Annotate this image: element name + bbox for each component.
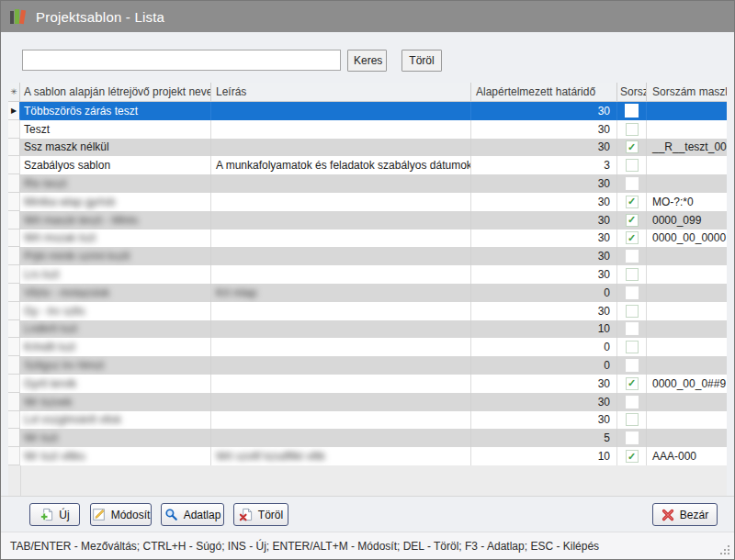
cell-deadline[interactable]: 5 <box>471 429 617 447</box>
cell-sequence-mask[interactable]: 0000_099 <box>647 211 727 230</box>
table-row[interactable]: Vllztv - mntazslok Krt mlap 0 <box>8 284 727 302</box>
cell-sequence-checkbox[interactable] <box>617 120 647 139</box>
cell-sequence-mask[interactable] <box>647 156 727 174</box>
cell-description[interactable]: Wrt szvltf kzsdfllkt vlltk <box>211 447 471 465</box>
checkbox[interactable]: ✓ <box>626 450 639 463</box>
cell-sequence-mask[interactable] <box>647 338 727 356</box>
cell-sequence-checkbox[interactable]: ✓ <box>617 139 647 157</box>
cell-sequence-checkbox[interactable] <box>617 156 647 174</box>
cell-project-name[interactable]: Többszörös zárás teszt <box>20 102 211 120</box>
cell-description[interactable] <box>211 338 471 356</box>
table-row[interactable]: Mintka wlap gyrtsb 30 ✓ MO-?:*0 <box>8 193 727 211</box>
cell-description[interactable] <box>211 393 471 411</box>
cell-project-name[interactable]: Wrt mszak tszt <box>20 230 211 248</box>
cell-sequence-checkbox[interactable] <box>617 284 647 302</box>
table-row[interactable]: Wrt mszak tszt 30 ✓ 0000_00_0000 <box>8 230 727 248</box>
cell-sequence-checkbox[interactable] <box>617 356 647 375</box>
cell-sequence-mask[interactable] <box>647 120 727 139</box>
table-row[interactable]: Gyrtl tervlk 30 ✓ 0000_00_0##9 <box>8 375 727 393</box>
checkbox[interactable]: ✓ <box>626 231 639 244</box>
cell-project-name[interactable]: Lvt vszglmskrlt vltsk <box>20 411 211 430</box>
cell-project-name[interactable]: Teszt <box>20 120 211 139</box>
cell-sequence-mask[interactable] <box>647 247 727 265</box>
datasheet-button[interactable]: Adatlap <box>161 503 224 526</box>
cell-project-name[interactable]: Ssz maszk nélkül <box>20 139 211 157</box>
table-row[interactable]: ▶ Többszörös zárás teszt 30 <box>8 102 727 120</box>
checkbox[interactable] <box>625 104 639 118</box>
checkbox[interactable]: ✓ <box>626 377 639 390</box>
table-row[interactable]: Gy - trv szlts 30 <box>8 302 727 320</box>
cell-description[interactable] <box>211 265 471 284</box>
cell-description[interactable] <box>211 302 471 320</box>
cell-sequence-checkbox[interactable]: ✓ <box>617 230 647 248</box>
cell-project-name[interactable]: Prjkt mintk szrint kszlt <box>20 247 211 265</box>
checkbox[interactable] <box>626 250 639 263</box>
table-row[interactable]: Wr tszvek 30 <box>8 393 727 411</box>
cell-sequence-checkbox[interactable] <box>617 411 647 430</box>
cell-deadline[interactable]: 30 <box>471 265 617 284</box>
cell-sequence-checkbox[interactable] <box>617 338 647 356</box>
modify-button[interactable]: Módosít <box>90 503 152 526</box>
checkbox[interactable] <box>626 359 639 372</box>
cell-sequence-checkbox[interactable]: ✓ <box>617 447 647 465</box>
search-input[interactable] <box>22 50 341 71</box>
cell-deadline[interactable]: 30 <box>471 174 617 193</box>
cell-deadline[interactable]: 30 <box>471 102 617 120</box>
cell-sequence-checkbox[interactable] <box>617 102 647 120</box>
new-button[interactable]: Új <box>29 503 80 526</box>
cell-description[interactable] <box>211 211 471 230</box>
delete-button[interactable]: Töröl <box>233 503 288 526</box>
checkbox[interactable]: ✓ <box>626 214 639 227</box>
cell-deadline[interactable]: 30 <box>471 211 617 230</box>
cell-description[interactable] <box>211 139 471 157</box>
cell-deadline[interactable]: 30 <box>471 247 617 265</box>
cell-sequence-checkbox[interactable] <box>617 429 647 447</box>
cell-sequence-mask[interactable] <box>647 429 727 447</box>
checkbox[interactable] <box>626 177 639 190</box>
cell-description[interactable] <box>211 356 471 375</box>
resize-grip[interactable] <box>718 543 729 554</box>
table-row[interactable]: Teszt 30 <box>8 120 727 139</box>
clear-search-button[interactable]: Töröl <box>401 50 442 72</box>
checkbox[interactable]: ✓ <box>626 140 639 153</box>
cell-deadline[interactable]: 30 <box>471 139 617 157</box>
column-header-mask[interactable]: Sorszám maszk <box>647 83 727 101</box>
checkbox[interactable] <box>626 268 639 281</box>
column-header-deadline[interactable]: Alapértelmezett határidő <box>471 83 617 101</box>
cell-project-name[interactable]: Krlndlt tszt <box>20 338 211 356</box>
cell-sequence-mask[interactable]: 0000_00_0##9 <box>647 375 727 393</box>
table-row[interactable]: Lvt vszglmskrlt vltsk 30 <box>8 411 727 430</box>
cell-project-name[interactable]: Wr tszt vlltks <box>20 447 211 465</box>
cell-sequence-mask[interactable]: 0000_00_0000 <box>647 230 727 248</box>
search-button[interactable]: Keres <box>347 50 387 72</box>
cell-sequence-mask[interactable] <box>647 320 727 339</box>
cell-sequence-mask[interactable] <box>647 393 727 411</box>
cell-deadline[interactable]: 30 <box>471 120 617 139</box>
table-row[interactable]: Szabályos sablon A munkafolyamatok és fe… <box>8 156 727 174</box>
cell-sequence-mask[interactable] <box>647 102 727 120</box>
checkbox[interactable]: ✓ <box>626 196 639 208</box>
table-row[interactable]: Wr tszt vlltks Wrt szvltf kzsdfllkt vllt… <box>8 447 727 465</box>
cell-description[interactable] <box>211 429 471 447</box>
cell-deadline[interactable]: 30 <box>471 375 617 393</box>
checkbox[interactable] <box>626 286 639 299</box>
cell-description[interactable]: A munkafolyamatok és feladatok szabályos… <box>211 156 471 174</box>
cell-deadline[interactable]: 0 <box>471 284 617 302</box>
cell-description[interactable] <box>211 174 471 193</box>
cell-description[interactable] <box>211 247 471 265</box>
table-row[interactable]: Wr tszt 5 <box>8 429 727 447</box>
cell-sequence-mask[interactable]: AAA-000 <box>647 447 727 465</box>
cell-sequence-checkbox[interactable] <box>617 247 647 265</box>
column-header-sequence[interactable]: Sorszá <box>617 83 647 101</box>
cell-description[interactable] <box>211 375 471 393</box>
cell-sequence-mask[interactable] <box>647 265 727 284</box>
checkbox[interactable] <box>626 322 639 335</box>
cell-sequence-mask[interactable] <box>647 356 727 375</box>
checkbox[interactable] <box>626 396 639 409</box>
cell-project-name[interactable]: Szabályos sablon <box>20 156 211 174</box>
checkbox[interactable] <box>626 431 639 444</box>
checkbox[interactable] <box>626 159 639 172</box>
cell-deadline[interactable]: 0 <box>471 338 617 356</box>
cell-deadline[interactable]: 10 <box>471 320 617 339</box>
cell-description[interactable] <box>211 230 471 248</box>
